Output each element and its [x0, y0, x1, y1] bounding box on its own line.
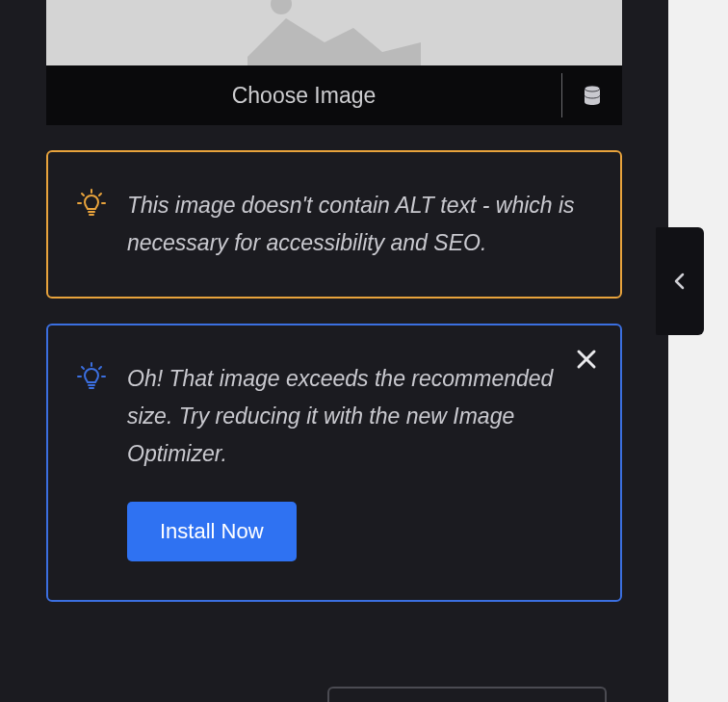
install-now-label: Install Now	[160, 519, 264, 543]
svg-line-6	[99, 194, 101, 195]
svg-line-13	[99, 367, 101, 369]
chevron-left-icon	[672, 272, 688, 291]
image-select-bar: Choose Image	[46, 65, 622, 125]
image-picker: Choose Image	[46, 0, 622, 125]
database-icon	[583, 85, 602, 106]
lightbulb-icon	[77, 362, 106, 395]
settings-panel: Choose Image	[0, 0, 668, 702]
choose-image-button[interactable]: Choose Image	[46, 65, 561, 125]
alt-text-warning-notice: This image doesn't contain ALT text - wh…	[46, 150, 622, 299]
image-library-button[interactable]	[562, 65, 622, 125]
lightbulb-icon	[77, 189, 106, 221]
image-preview[interactable]	[46, 0, 622, 65]
info-text: Oh! That image exceeds the recommended s…	[127, 360, 591, 473]
bottom-field-stub	[327, 687, 607, 702]
close-notice-button[interactable]	[576, 349, 597, 374]
image-placeholder-icon	[228, 0, 440, 65]
collapse-panel-button[interactable]	[656, 227, 704, 335]
choose-image-label: Choose Image	[232, 83, 377, 109]
warning-text: This image doesn't contain ALT text - wh…	[127, 187, 591, 262]
svg-line-12	[82, 367, 84, 369]
notice-body: Oh! That image exceeds the recommended s…	[127, 360, 591, 561]
notice-body: This image doesn't contain ALT text - wh…	[127, 187, 591, 262]
install-now-button[interactable]: Install Now	[127, 502, 297, 561]
image-size-info-notice: Oh! That image exceeds the recommended s…	[46, 324, 622, 602]
close-icon	[576, 349, 597, 370]
svg-line-5	[82, 194, 84, 195]
